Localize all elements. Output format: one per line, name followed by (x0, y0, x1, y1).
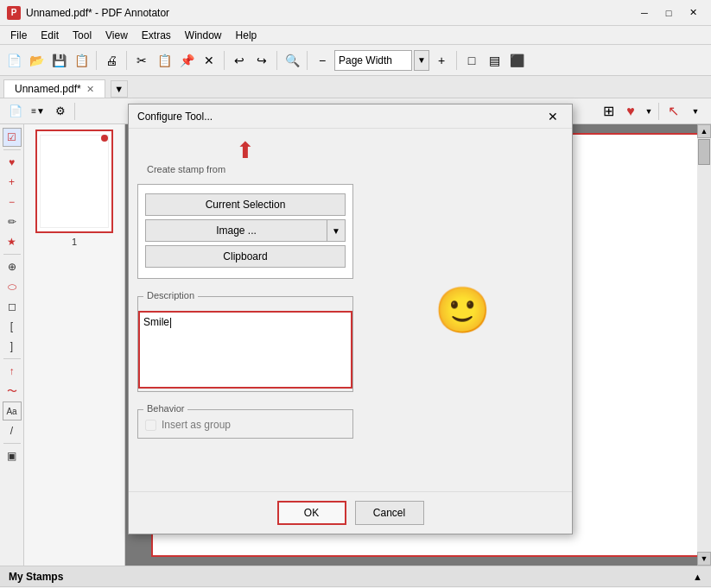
image-btn-group: Image ... ▼ (145, 219, 346, 242)
stamps-header[interactable]: My Stamps ▲ (0, 566, 711, 587)
description-section: Description Smile| (137, 296, 353, 392)
select-tool-btn[interactable]: ☑ (3, 128, 22, 147)
redo-button[interactable]: ↪ (251, 50, 272, 71)
scroll-up-btn[interactable]: ▲ (697, 124, 711, 138)
tab-unnamed-pdf[interactable]: Unnamed.pdf* ✕ (3, 79, 105, 98)
scroll-thumb[interactable] (698, 139, 710, 165)
heart-tool-btn[interactable]: ♥ (3, 153, 22, 172)
menu-bar: File Edit Tool View Extras Window Help (0, 26, 711, 45)
menu-tool[interactable]: Tool (66, 28, 98, 43)
clipboard-button[interactable]: Clipboard (145, 245, 346, 268)
undo-button[interactable]: ↩ (229, 50, 250, 71)
zoom-tool-btn[interactable]: ⊕ (3, 257, 22, 276)
insert-as-group-checkbox[interactable] (145, 420, 156, 431)
pencil-tool-btn[interactable]: ✏ (3, 212, 22, 231)
toolbar-sep-3 (224, 51, 225, 70)
save-button[interactable]: 💾 (48, 50, 69, 71)
view-btn-2[interactable]: ▤ (484, 50, 505, 71)
heart-favorite-btn[interactable]: ♥ (620, 101, 641, 122)
thumb-red-dot (101, 135, 108, 142)
configure-tool-dialog: Configure Tool... ✕ ⬆ Create stamp from … (128, 104, 573, 534)
delete-button[interactable]: ✕ (199, 50, 219, 71)
bracket-l-btn[interactable]: [ (3, 317, 22, 336)
menu-extras[interactable]: Extras (135, 28, 178, 43)
open-button[interactable]: 📂 (26, 50, 47, 71)
zoom-in-button[interactable]: + (431, 50, 452, 71)
view-btn-1[interactable]: □ (461, 50, 482, 71)
wave-tool-btn[interactable]: 〜 (3, 382, 22, 401)
scroll-track (697, 138, 711, 552)
cursor-tool-btn[interactable]: ↖ (663, 101, 683, 122)
stamp-preview-icon: 🙂 (435, 284, 491, 337)
toolbar-sep-1 (96, 51, 97, 70)
dialog-close-button[interactable]: ✕ (543, 108, 563, 125)
stamp-tool-icon-area: ⬆ (137, 137, 353, 164)
new-annotation-btn[interactable]: 📄 (5, 101, 26, 122)
toolbar-sep-5 (307, 51, 308, 70)
view-btn-3[interactable]: ⬛ (506, 50, 527, 71)
menu-help[interactable]: Help (229, 28, 264, 43)
menu-view[interactable]: View (98, 28, 135, 43)
cancel-button[interactable]: Cancel (355, 501, 424, 525)
dialog-titlebar: Configure Tool... ✕ (129, 104, 572, 129)
copy-button[interactable]: 📋 (154, 50, 175, 71)
arrow-tool-btn[interactable]: ↑ (3, 362, 22, 381)
heart-dropdown-btn[interactable]: ▼ (643, 101, 655, 122)
dialog-left-panel: ⬆ Create stamp from Current Selection Im… (137, 137, 353, 483)
page-thumbnail-1[interactable] (35, 130, 113, 233)
bottom-panel: My Stamps ▲ Jack (0, 566, 711, 588)
ok-button[interactable]: OK (277, 501, 346, 525)
close-button[interactable]: ✕ (682, 4, 704, 22)
settings-btn[interactable]: ⚙ (50, 101, 71, 122)
tools-column: ☑ ♥ + − ✏ ★ ⊕ ⬭ ◻ [ ] ↑ 〜 Aa / ▣ (0, 124, 24, 566)
minus-tool-btn[interactable]: − (3, 193, 22, 212)
thumb-page-inner (40, 135, 109, 228)
search-button[interactable]: 🔍 (282, 50, 302, 71)
zoom-out-button[interactable]: − (312, 50, 333, 71)
slash-tool-btn[interactable]: / (3, 421, 22, 440)
image-dropdown-button[interactable]: ▼ (327, 219, 346, 242)
restore-button[interactable]: □ (657, 4, 680, 22)
stamps-title: My Stamps (9, 571, 693, 583)
page-width-dropdown[interactable]: Page Width (334, 50, 412, 71)
dialog-body: ⬆ Create stamp from Current Selection Im… (129, 129, 572, 491)
image-button[interactable]: Image ... (145, 219, 327, 242)
oval-tool-btn[interactable]: ⬭ (3, 277, 22, 296)
paste-button[interactable]: 📌 (176, 50, 197, 71)
view-mode-btn[interactable]: ⊞ (598, 101, 619, 122)
bracket-r-btn[interactable]: ] (3, 337, 22, 356)
title-bar: P Unnamed.pdf* - PDF Annotator ─ □ ✕ (0, 0, 711, 26)
toolbar-sep-2 (126, 51, 127, 70)
rect-tool-btn[interactable]: ◻ (3, 297, 22, 316)
page-width-arrow[interactable]: ▼ (414, 50, 429, 71)
insert-as-group-row: Insert as group (145, 419, 346, 431)
new-button[interactable]: 📄 (3, 50, 24, 71)
thumb-page-number: 1 (72, 237, 77, 247)
text-tool-btn[interactable]: Aa (3, 401, 22, 420)
cursor-dropdown-btn[interactable]: ▼ (685, 101, 706, 122)
tab-close-icon[interactable]: ✕ (86, 84, 94, 95)
star-tool-btn[interactable]: ★ (3, 232, 22, 251)
behavior-section: Behavior Insert as group (137, 409, 353, 439)
current-selection-button[interactable]: Current Selection (145, 193, 346, 216)
menu-window[interactable]: Window (178, 28, 229, 43)
pdf-button[interactable]: 📋 (71, 50, 92, 71)
st-sep-1 (74, 103, 75, 120)
minimize-button[interactable]: ─ (633, 4, 656, 22)
collapse-stamps-icon[interactable]: ▲ (693, 572, 702, 582)
dialog-right-panel: 🙂 (362, 137, 563, 483)
print-button[interactable]: 🖨 (101, 50, 122, 71)
cut-button[interactable]: ✂ (131, 50, 152, 71)
description-label: Description (143, 290, 198, 300)
description-textarea[interactable]: Smile| (138, 311, 352, 389)
add-tab-button[interactable]: ▼ (111, 80, 128, 98)
dialog-footer: OK Cancel (129, 491, 572, 534)
menu-file[interactable]: File (3, 28, 34, 43)
stamp-tool-btn[interactable]: ▣ (3, 446, 22, 465)
add-tool-btn[interactable]: + (3, 173, 22, 192)
menu-edit[interactable]: Edit (34, 28, 66, 43)
open-ann-btn[interactable]: ≡▼ (28, 101, 48, 122)
create-stamp-section: Create stamp from Current Selection Imag… (137, 184, 353, 279)
scroll-down-btn[interactable]: ▼ (697, 552, 711, 566)
left-sidebar: ☑ ♥ + − ✏ ★ ⊕ ⬭ ◻ [ ] ↑ 〜 Aa / ▣ 1 (0, 124, 125, 566)
